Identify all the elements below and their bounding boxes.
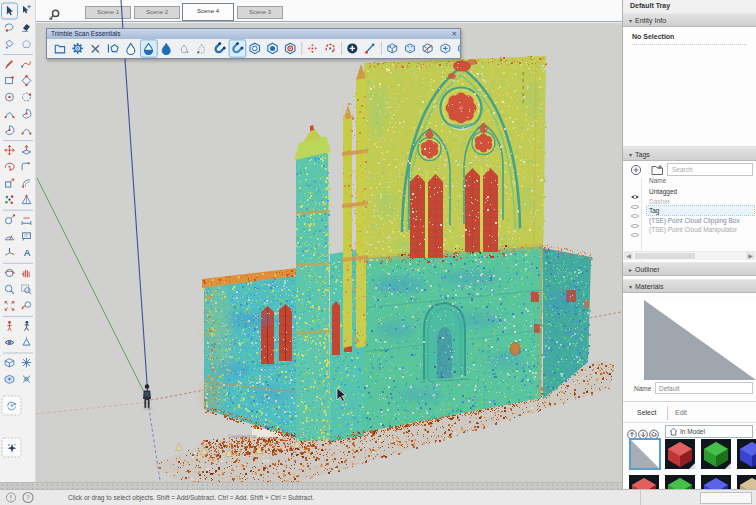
- svg-text:Geralsteranne: Geralsteranne: [228, 434, 257, 439]
- svg-text:A: A: [24, 247, 31, 258]
- svg-text:?: ?: [26, 494, 30, 501]
